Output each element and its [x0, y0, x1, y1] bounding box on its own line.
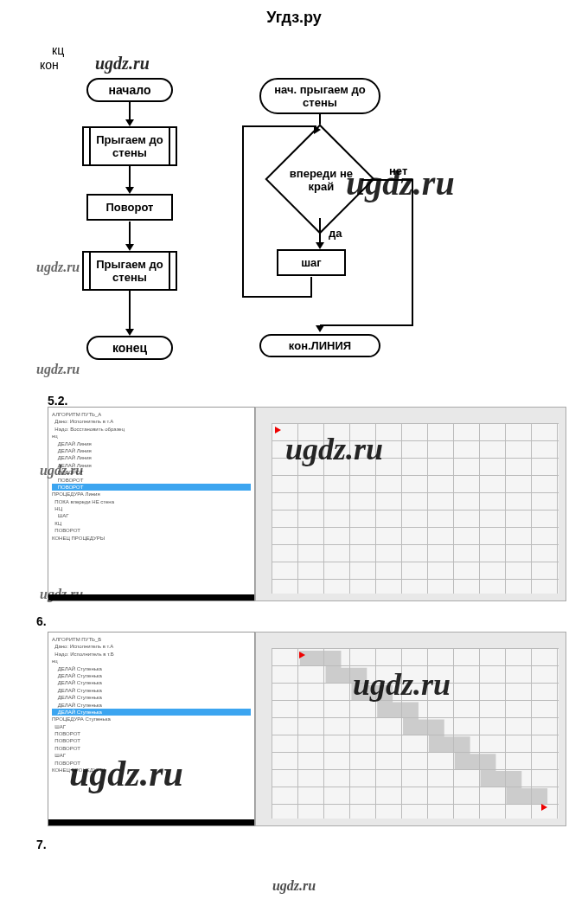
terminator-end: конец [86, 336, 173, 360]
code-panel-6: АЛГОРИТМ ПУТЬ_Б Дано: Исполнитель в т.А … [48, 632, 255, 826]
code-panel-52: АЛГОРИТМ ПУТЬ_А Дано: Исполнитель в т.А … [48, 407, 255, 601]
footer-watermark: ugdz.ru [0, 878, 588, 894]
section-6: 6. [36, 614, 47, 628]
site-title: Угдз.ру [0, 9, 588, 27]
terminator-start-r: нач. прыгаем до стены [259, 78, 380, 114]
grid-panel-6 [255, 632, 566, 826]
process-turn: Поворот [86, 194, 173, 221]
cursor-icon [299, 652, 305, 658]
cursor-icon [275, 427, 281, 433]
flowchart-right: нач. прыгаем до стены впереди не край не… [233, 78, 458, 389]
cursor-icon [541, 804, 547, 811]
label-yes: да [329, 227, 342, 240]
process-step: шаг [277, 249, 346, 276]
grid-panel-52 [255, 407, 566, 601]
section-7: 7. [36, 838, 47, 851]
label-no: нет [389, 164, 407, 177]
terminator-start: начало [86, 78, 173, 102]
section-5-2: 5.2. [48, 394, 67, 408]
panel-52: АЛГОРИТМ ПУТЬ_А Дано: Исполнитель в т.А … [48, 407, 566, 601]
code-kon: кон [40, 58, 59, 72]
terminator-end-r: кон.ЛИНИЯ [259, 334, 380, 357]
watermark: ugdz.ru [95, 54, 150, 74]
flowchart-left: начало Прыгаем до стены Поворот Прыгаем … [69, 78, 208, 389]
panel-6: АЛГОРИТМ ПУТЬ_Б Дано: Исполнитель в т.А … [48, 632, 566, 826]
subroutine-jump1: Прыгаем до стены [82, 126, 177, 166]
subroutine-jump2: Прыгаем до стены [82, 251, 177, 291]
decision-cond: впереди не край [281, 140, 359, 218]
code-kc: кц [52, 43, 64, 57]
